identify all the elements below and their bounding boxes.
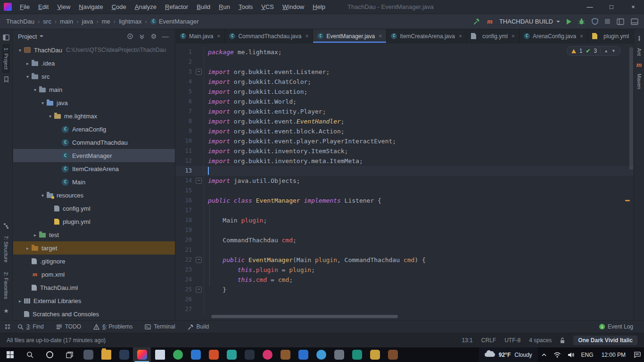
close-icon[interactable]: × — [305, 33, 308, 40]
taskbar-app-3[interactable] — [115, 347, 133, 362]
project-view-select[interactable]: Project — [18, 33, 43, 40]
line-number[interactable]: 22 — [176, 255, 194, 265]
sidebar-tab-maven[interactable]: Maven — [636, 70, 643, 93]
editor-tab-itemcreatearena-java[interactable]: CItemCreateArena.java× — [387, 29, 467, 43]
close-icon[interactable]: × — [379, 33, 382, 40]
action-center-button[interactable] — [630, 347, 644, 362]
toolwindow-button-find[interactable]: 3: Find — [11, 321, 50, 333]
breadcrumb-java[interactable]: java — [82, 17, 94, 26]
code-line-3[interactable]: 3import org.bukkit.event.Listener; — [176, 67, 634, 77]
tree-item-eventmanager[interactable]: CEventManager — [13, 149, 175, 162]
code-line-4[interactable]: 4import org.bukkit.ChatColor; — [176, 77, 634, 87]
tree-item-main[interactable]: ▾main — [13, 83, 175, 96]
tree-item-gitignore[interactable]: .gitignore — [13, 255, 175, 268]
fold-icon[interactable] — [194, 285, 204, 295]
bookmark-icon[interactable] — [4, 76, 9, 82]
gear-icon[interactable]: ⚙ — [149, 32, 158, 41]
taskbar-app-14[interactable] — [312, 347, 330, 362]
breadcrumb-me[interactable]: me — [101, 17, 111, 26]
prev-inspection-chevron[interactable]: ▲ — [604, 49, 608, 53]
vertical-scrollbar[interactable] — [629, 47, 633, 170]
menu-item-vcs[interactable]: VCS — [257, 0, 278, 14]
status-encoding[interactable]: UTF-8 — [504, 337, 520, 344]
run-configuration-select[interactable]: THACHDAU BUILD — [499, 18, 560, 25]
tree-chevron[interactable]: ▾ — [46, 114, 54, 119]
tree-chevron[interactable]: ▸ — [31, 232, 39, 238]
code-line-7[interactable]: 7import org.bukkit.entity.Player; — [176, 107, 634, 116]
taskbar-app-15[interactable] — [330, 347, 348, 362]
start-button[interactable] — [0, 347, 20, 362]
error-stripe-mark[interactable] — [625, 200, 630, 201]
line-number[interactable]: 2 — [176, 57, 194, 67]
horizontal-scrollbar[interactable] — [211, 315, 398, 318]
tree-item-me-lightmax[interactable]: ▾me.lightmax — [13, 109, 175, 123]
tool-window-switcher-icon[interactable] — [5, 324, 10, 329]
language-indicator[interactable]: ENG — [578, 347, 597, 362]
sidebar-tab-structure[interactable]: 7: Structure — [2, 232, 10, 266]
line-number[interactable]: 1 — [176, 47, 194, 57]
code-line-25[interactable]: 25 } — [176, 285, 634, 295]
sidebar-tab-favorites[interactable]: 2: Favorites — [2, 268, 10, 303]
line-number[interactable]: 14 — [176, 176, 194, 186]
line-number[interactable]: 5 — [176, 87, 194, 97]
line-number[interactable]: 24 — [176, 275, 194, 285]
close-icon[interactable]: × — [512, 33, 515, 40]
code-line-12[interactable]: 12import org.bukkit.inventory.meta.ItemM… — [176, 156, 634, 166]
line-number[interactable]: 20 — [176, 235, 194, 245]
tree-item-config-yml[interactable]: config.yml — [13, 202, 175, 215]
tree-item-thachdau[interactable]: ▾ThachDauC:\Users\QTSC\IdeaProjects\Thac… — [13, 43, 175, 57]
line-number[interactable]: 16 — [176, 196, 194, 206]
tree-item-external-libraries[interactable]: ▸External Libraries — [13, 294, 175, 307]
taskbar-app-7[interactable] — [187, 347, 205, 362]
taskbar-app-18[interactable] — [384, 347, 402, 362]
line-number[interactable]: 19 — [176, 225, 194, 235]
toolwindow-button-terminal[interactable]: Terminal — [139, 321, 181, 333]
code-line-13[interactable]: 13 — [176, 166, 634, 176]
stop-button[interactable] — [605, 19, 610, 24]
tree-item-pom-xml[interactable]: mpom.xml — [13, 268, 175, 281]
tree-item-scratches-and-consoles[interactable]: Scratches and Consoles — [13, 307, 175, 320]
cortana-button[interactable] — [40, 347, 59, 362]
status-line-separator[interactable]: CRLF — [481, 337, 496, 344]
line-number[interactable]: 15 — [176, 186, 194, 196]
menu-item-edit[interactable]: Edit — [34, 0, 53, 14]
breadcrumb-thachdau[interactable]: ThachDau — [6, 17, 35, 26]
fold-icon[interactable] — [194, 255, 204, 265]
maximize-button[interactable]: □ — [601, 0, 622, 14]
line-number[interactable]: 26 — [176, 295, 194, 304]
editor-tab-main-java[interactable]: CMain.java× — [176, 29, 225, 43]
intellij-idea[interactable] — [133, 347, 151, 362]
tree-item-plugin-yml[interactable]: plugin.yml — [13, 215, 175, 228]
tree-item-src[interactable]: ▾src — [13, 70, 175, 83]
task-view-button[interactable] — [59, 347, 79, 362]
menu-item-help[interactable]: Help — [308, 0, 330, 14]
collapse-all-icon[interactable] — [137, 32, 147, 41]
status-caret-position[interactable]: 13:1 — [462, 337, 472, 344]
code-line-21[interactable]: 21 — [176, 245, 634, 255]
menu-item-run[interactable]: Run — [215, 0, 234, 14]
code-line-9[interactable]: 9import org.bukkit.event.block.Action; — [176, 126, 634, 136]
line-number[interactable]: 10 — [176, 136, 194, 146]
tree-item-java[interactable]: ▾java — [13, 96, 175, 109]
lock-icon[interactable] — [560, 337, 565, 344]
line-number[interactable]: 13 — [176, 166, 194, 176]
code-line-17[interactable]: 17 — [176, 206, 634, 215]
breadcrumb-eventmanager[interactable]: CEventManager — [150, 17, 199, 26]
inspections-widget[interactable]: 1 ✔ 3 ▲ ▼ — [567, 46, 620, 56]
line-number[interactable]: 25 — [176, 285, 194, 295]
code-line-11[interactable]: 11import org.bukkit.inventory.ItemStack; — [176, 146, 634, 156]
sidebar-tab-project[interactable]: 1: Project — [2, 44, 10, 73]
tree-chevron[interactable]: ▾ — [24, 74, 32, 79]
code-line-1[interactable]: 1package me.lightmax; — [176, 47, 634, 57]
taskbar-search-button[interactable] — [20, 347, 40, 362]
next-inspection-chevron[interactable]: ▼ — [611, 49, 616, 53]
code-line-26[interactable]: 26 — [176, 295, 634, 304]
close-button[interactable]: × — [622, 0, 644, 14]
code-line-24[interactable]: 24 this.cmd = cmd; — [176, 275, 634, 285]
toolbar-extra-icon-1[interactable] — [617, 18, 624, 25]
menu-item-refactor[interactable]: Refactor — [161, 0, 192, 14]
code-line-15[interactable]: 15 — [176, 186, 634, 196]
tray-expand-button[interactable] — [538, 347, 550, 362]
breadcrumb-lightmax[interactable]: lightmax — [118, 17, 142, 26]
code-line-18[interactable]: 18 Main plugin; — [176, 215, 634, 225]
